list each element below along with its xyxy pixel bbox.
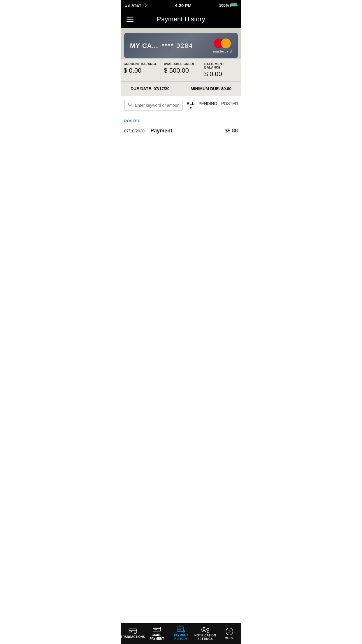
- statement-balance-label: STATEMENT BALANCE: [204, 62, 238, 69]
- available-credit-value: $ 500.00: [164, 67, 198, 74]
- transactions-section: POSTED 07/10/2020 Payment $5.88: [121, 115, 241, 138]
- current-balance-value: $ 0.00: [124, 67, 158, 74]
- transaction-amount: $5.88: [225, 128, 238, 134]
- filter-all-label: ALL: [187, 101, 194, 106]
- card-section: MY CA... **** 0284 mastercard: [121, 28, 241, 58]
- balance-row: CURRENT BALANCE $ 0.00 AVAILABLE CREDIT …: [121, 58, 241, 81]
- search-filter-row: ALL PENDING POSTED SCHEDULED: [121, 96, 241, 115]
- current-balance-label: CURRENT BALANCE: [124, 62, 158, 66]
- minimum-due-value: $0.00: [221, 86, 231, 91]
- available-credit-item: AVAILABLE CREDIT $ 500.00: [161, 59, 201, 81]
- mc-orange-circle: [221, 38, 231, 48]
- due-row: DUE DATE: 07/17/20 MINIMUM DUE: $0.00: [121, 81, 241, 96]
- table-row[interactable]: 07/10/2020 Payment $5.88: [124, 125, 238, 138]
- tab-dot-all: [190, 107, 191, 108]
- search-input[interactable]: [135, 103, 179, 108]
- wifi-icon: [143, 3, 147, 8]
- section-label-posted: POSTED: [124, 115, 238, 125]
- hamburger-menu[interactable]: [125, 15, 135, 23]
- filter-pending-label: PENDING: [198, 101, 217, 106]
- current-balance-item: CURRENT BALANCE $ 0.00: [121, 59, 161, 81]
- filter-posted-label: POSTED: [221, 101, 238, 106]
- search-icon: [128, 102, 133, 108]
- status-left: AT&T: [125, 3, 147, 8]
- due-date-label: DUE DATE:: [131, 86, 152, 91]
- filter-tab-all[interactable]: ALL: [187, 101, 194, 110]
- transaction-date: 07/10/2020: [124, 129, 150, 133]
- minimum-due-label: MINIMUM DUE:: [191, 86, 220, 91]
- battery-percent: 100%: [219, 3, 229, 8]
- mastercard-logo: mastercard: [213, 38, 232, 53]
- carrier-label: AT&T: [131, 3, 141, 8]
- statement-balance-value: $ 0.00: [204, 70, 238, 78]
- transaction-name: Payment: [150, 128, 225, 134]
- search-box[interactable]: [124, 100, 182, 111]
- status-right: 100%: [219, 3, 237, 8]
- battery-icon: [230, 4, 237, 7]
- filter-tab-pending[interactable]: PENDING: [198, 101, 217, 107]
- page-title: Payment History: [135, 15, 227, 23]
- card-name: MY CA...: [130, 42, 158, 50]
- mc-label: mastercard: [213, 50, 232, 53]
- signal-bars: [125, 3, 130, 7]
- due-date: DUE DATE: 07/17/20: [131, 86, 170, 91]
- filter-tabs: ALL PENDING POSTED SCHEDULED: [187, 101, 241, 110]
- page-content: MY CA... **** 0284 mastercard CURRENT BA…: [121, 28, 241, 162]
- card-number: **** 0284: [162, 42, 193, 50]
- header: Payment History: [121, 10, 241, 28]
- svg-line-1: [131, 106, 132, 107]
- status-bar: AT&T 4:20 PM 100%: [121, 0, 241, 10]
- filter-tab-posted[interactable]: POSTED: [221, 101, 238, 107]
- statement-balance-item: STATEMENT BALANCE $ 0.00: [201, 59, 241, 81]
- due-separator: [180, 86, 180, 92]
- credit-card[interactable]: MY CA... **** 0284 mastercard: [124, 33, 238, 58]
- due-date-value: 07/17/20: [154, 86, 170, 91]
- available-credit-label: AVAILABLE CREDIT: [164, 62, 198, 66]
- status-time: 4:20 PM: [175, 3, 191, 8]
- minimum-due: MINIMUM DUE: $0.00: [191, 86, 231, 91]
- card-info: MY CA... **** 0284: [130, 42, 193, 50]
